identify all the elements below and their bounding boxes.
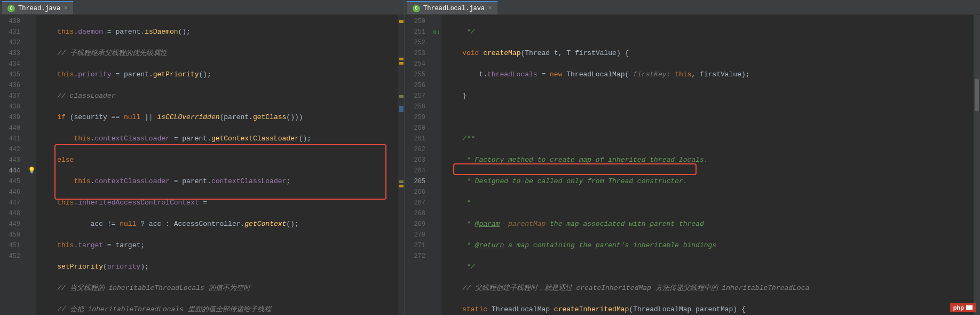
highlight-box-left <box>54 144 386 200</box>
tab-label: ThreadLocal.java <box>423 5 485 12</box>
scrollbar-right[interactable] <box>974 15 980 315</box>
marker-strip-left[interactable] <box>398 15 405 315</box>
scrollbar-thumb[interactable] <box>975 79 979 111</box>
editor-body-right: 250251252253254 255256257258259 26026126… <box>405 15 980 315</box>
code-area-left[interactable]: this.daemon = parent.isDaemon(); // 子线程继… <box>36 15 398 315</box>
close-icon[interactable]: × <box>64 4 68 12</box>
split-editor-container: C Thread.java × 430431432433434 43543643… <box>0 0 980 315</box>
override-icon[interactable]: o↓ <box>432 27 441 37</box>
tab-bar-left: C Thread.java × <box>0 0 405 15</box>
tab-bar-right: C ThreadLocal.java × <box>405 0 980 15</box>
line-number-gutter[interactable]: 430431432433434 435436437438439 44044144… <box>0 15 27 315</box>
java-class-icon: C <box>7 5 15 12</box>
editor-body-left: 430431432433434 435436437438439 44044144… <box>0 15 405 315</box>
tab-threadlocal-java[interactable]: C ThreadLocal.java × <box>407 1 497 14</box>
gutter-icon-strip: 💡 <box>27 15 36 315</box>
close-icon[interactable]: × <box>488 4 492 12</box>
watermark-badge: php <box>950 303 976 312</box>
editor-pane-left: C Thread.java × 430431432433434 43543643… <box>0 0 405 315</box>
code-area-right[interactable]: */ void createMap(Thread t, T firstValue… <box>441 15 974 315</box>
lightbulb-icon[interactable]: 💡 <box>27 166 36 176</box>
line-number-gutter[interactable]: 250251252253254 255256257258259 26026126… <box>405 15 432 315</box>
gutter-icon-strip: o↓ <box>432 15 441 315</box>
tab-thread-java[interactable]: C Thread.java × <box>2 1 73 14</box>
editor-pane-right: C ThreadLocal.java × 250251252253254 255… <box>405 0 980 315</box>
tab-label: Thread.java <box>18 5 60 12</box>
java-class-icon: C <box>413 5 420 12</box>
